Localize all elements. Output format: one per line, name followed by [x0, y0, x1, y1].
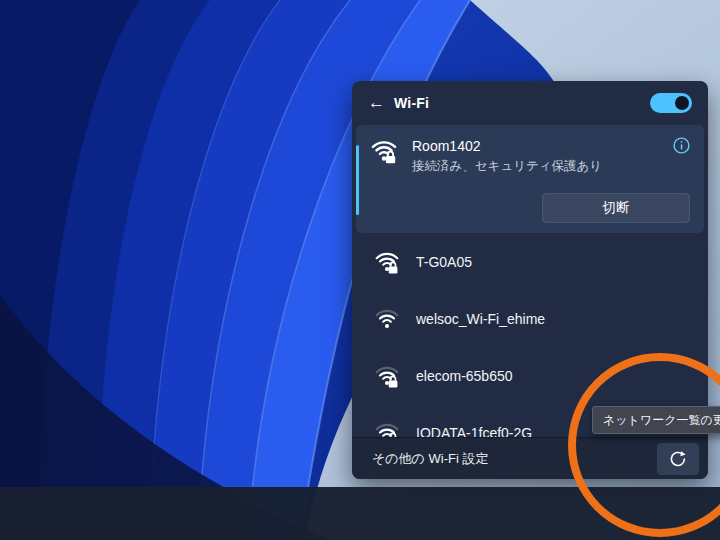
tooltip: ネットワーク一覧の更新	[592, 406, 720, 434]
page-title: Wi-Fi	[394, 95, 429, 111]
network-row-t-g0a05[interactable]: T-G0A05	[352, 233, 708, 290]
network-ssid: T-G0A05	[416, 254, 472, 270]
wifi-secured-icon	[370, 137, 398, 165]
taskbar: X 17 ⟳	[0, 487, 720, 540]
wifi-toggle[interactable]	[650, 93, 692, 113]
back-button[interactable]: ←	[368, 93, 394, 113]
network-row-elecom[interactable]: elecom-65b650	[352, 347, 708, 404]
network-ssid: welsoc_Wi-Fi_ehime	[416, 311, 545, 327]
disconnect-button[interactable]: 切断	[542, 193, 690, 223]
network-row-welsoc[interactable]: welsoc_Wi-Fi_ehime	[352, 290, 708, 347]
connection-status: 接続済み、セキュリティ保護あり	[412, 158, 602, 175]
refresh-icon	[669, 450, 687, 468]
info-icon[interactable]	[673, 137, 690, 157]
refresh-network-list-button[interactable]	[657, 443, 699, 475]
connected-network-card[interactable]: Room1402 接続済み、セキュリティ保護あり 切断	[356, 125, 704, 233]
network-ssid: elecom-65b650	[416, 368, 513, 384]
wifi-secured-icon	[374, 363, 400, 389]
toggle-knob	[675, 96, 689, 110]
wifi-panel-footer: その他の Wi-Fi 設定	[352, 437, 708, 479]
connected-ssid: Room1402	[412, 138, 602, 154]
selection-accent-bar	[356, 145, 359, 215]
wifi-open-icon	[374, 306, 400, 332]
wifi-secured-icon	[374, 249, 400, 275]
desktop: ← Wi-Fi Room1402 接続済み	[0, 0, 720, 540]
more-wifi-settings-link[interactable]: その他の Wi-Fi 設定	[372, 450, 488, 468]
wifi-panel-header: ← Wi-Fi	[352, 81, 708, 125]
